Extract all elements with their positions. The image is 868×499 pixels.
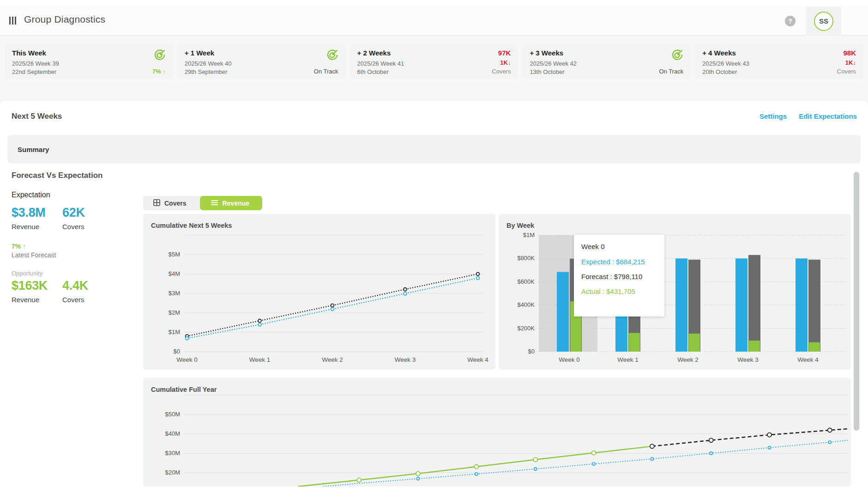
- tooltip-actual: Actual : $431,705: [581, 287, 657, 295]
- status-badge: On Track: [314, 68, 338, 75]
- svg-text:$200K: $200K: [517, 325, 535, 332]
- card-week: 2025/26 Week 43: [702, 60, 749, 68]
- grid-icon: [153, 199, 160, 207]
- svg-text:$400K: $400K: [517, 301, 535, 308]
- user-menu[interactable]: SS: [806, 6, 841, 36]
- card-date: 22nd September: [12, 68, 59, 76]
- group-diagnostics-page: Group Diagnostics ? SS This Week 2025/26…: [0, 0, 868, 499]
- page-title: Group Diagnostics: [24, 14, 105, 25]
- tooltip-forecast: Forecast : $798,110: [581, 273, 657, 280]
- status-badge: On Track: [659, 68, 683, 75]
- expectation-revenue-value: $3.8M: [12, 206, 62, 220]
- section-title: Next 5 Weeks: [12, 112, 62, 121]
- covers-alert-value: 98K: [843, 49, 856, 57]
- chart-title: By Week: [506, 222, 534, 229]
- opportunity-revenue-value: $163K: [12, 279, 62, 293]
- card-title: + 3 Weeks: [530, 49, 577, 57]
- cumulative-full-year-chart[interactable]: $20M$30M$40M$50M: [143, 378, 851, 487]
- target-icon: [153, 49, 166, 63]
- week-card-plus-1[interactable]: + 1 Week 2025/26 Week 40 29th September …: [177, 44, 346, 79]
- card-week: 2025/26 Week 40: [185, 60, 232, 68]
- svg-text:$3M: $3M: [169, 290, 180, 297]
- svg-text:Week 0: Week 0: [176, 356, 198, 363]
- by-week-chart[interactable]: $0$200K$400K$600K$800K$1MWeek 0Week 1Wee…: [499, 214, 851, 370]
- cumulative-next-5-weeks-chart[interactable]: $0$1M$2M$3M$4M$5MWeek 0Week 1Week 2Week …: [143, 214, 495, 370]
- opportunity-revenue-label: Revenue: [12, 296, 62, 304]
- opportunity-label: Opportunity: [12, 270, 136, 277]
- revenue-toggle-label: Revenue: [222, 200, 249, 207]
- svg-text:$0: $0: [528, 348, 535, 355]
- chart-title: Cumulative Full Year: [151, 386, 217, 393]
- week-card-plus-4[interactable]: + 4 Weeks 2025/26 Week 43 20th October 9…: [695, 44, 863, 79]
- card-week: 2025/26 Week 42: [530, 60, 577, 68]
- svg-text:$1M: $1M: [169, 329, 180, 335]
- svg-text:Week 1: Week 1: [249, 356, 271, 363]
- card-date: 20th October: [702, 68, 749, 76]
- svg-text:Week 0: Week 0: [559, 356, 580, 363]
- card-date: 13th October: [530, 68, 577, 76]
- section-links: Settings Edit Expectations: [760, 112, 857, 120]
- covers-toggle-label: Covers: [164, 200, 186, 207]
- svg-text:$4M: $4M: [169, 270, 180, 277]
- covers-revenue-toggle: Covers Revenue: [143, 196, 262, 210]
- svg-text:$1M: $1M: [523, 231, 535, 238]
- stats-heading: Forecast Vs Expectation: [12, 171, 136, 180]
- vertical-scrollbar-thumb[interactable]: [854, 172, 859, 431]
- settings-link[interactable]: Settings: [760, 112, 787, 120]
- cumulative-next-5-weeks-panel[interactable]: Cumulative Next 5 Weeks $0$1M$2M$3M$4M$5…: [143, 214, 495, 370]
- svg-text:Week 4: Week 4: [467, 356, 488, 363]
- app-header: Group Diagnostics ? SS: [0, 6, 868, 36]
- edit-expectations-link[interactable]: Edit Expectations: [799, 112, 857, 120]
- week-card-this-week[interactable]: This Week 2025/26 Week 39 22nd September…: [5, 44, 173, 79]
- help-icon[interactable]: ?: [785, 16, 796, 26]
- svg-text:$40M: $40M: [165, 430, 180, 437]
- covers-alert-unit: Covers: [492, 68, 511, 75]
- svg-text:Week 2: Week 2: [322, 356, 343, 363]
- covers-alert-delta: 1K↓: [845, 59, 856, 66]
- target-icon: [671, 49, 683, 63]
- week-card-plus-2[interactable]: + 2 Weeks 2025/26 Week 41 6th October 97…: [350, 44, 518, 79]
- svg-text:Week 2: Week 2: [677, 356, 699, 363]
- card-date: 6th October: [357, 68, 404, 76]
- week-cards-row: This Week 2025/26 Week 39 22nd September…: [5, 44, 863, 79]
- summary-accordion[interactable]: Summary: [7, 135, 861, 164]
- forecast-vs-expectation-stats: Forecast Vs Expectation Expectation $3.8…: [12, 171, 136, 304]
- card-week: 2025/26 Week 39: [12, 60, 59, 68]
- card-title: This Week: [12, 49, 59, 57]
- card-title: + 2 Weeks: [357, 49, 404, 57]
- card-week: 2025/26 Week 41: [357, 60, 404, 68]
- card-title: + 1 Week: [185, 49, 232, 57]
- cumulative-full-year-panel[interactable]: Cumulative Full Year $20M$30M$40M$50M: [143, 378, 851, 487]
- expectation-revenue-label: Revenue: [12, 223, 62, 231]
- expectation-covers-label: Covers: [62, 223, 113, 231]
- svg-text:Week 4: Week 4: [797, 356, 819, 363]
- latest-forecast-trend: 7% ↑: [12, 243, 136, 250]
- card-title: + 4 Weeks: [702, 49, 749, 57]
- svg-text:$800K: $800K: [517, 255, 535, 262]
- week-card-plus-3[interactable]: + 3 Weeks 2025/26 Week 42 13th October O…: [522, 44, 691, 79]
- svg-text:$600K: $600K: [517, 278, 535, 285]
- chart-tooltip: Week 0 Expected : $684,215 Forecast : $7…: [574, 235, 664, 316]
- svg-text:Week 3: Week 3: [737, 356, 759, 363]
- opportunity-covers-value: 4.4K: [62, 279, 113, 293]
- svg-text:$2M: $2M: [169, 309, 180, 316]
- svg-text:$5M: $5M: [169, 251, 180, 258]
- svg-text:Week 3: Week 3: [395, 356, 416, 363]
- expectation-label: Expectation: [12, 191, 136, 199]
- target-icon: [326, 49, 338, 63]
- chart-title: Cumulative Next 5 Weeks: [151, 222, 232, 229]
- avatar[interactable]: SS: [814, 12, 833, 31]
- covers-toggle-button[interactable]: Covers: [143, 196, 200, 210]
- trend-badge: 7% ↑: [152, 68, 166, 75]
- card-date: 29th September: [185, 68, 232, 76]
- svg-text:$0: $0: [174, 348, 180, 355]
- sidebar-menu-icon[interactable]: [9, 17, 18, 24]
- svg-text:$50M: $50M: [165, 411, 180, 418]
- expectation-covers-value: 62K: [62, 206, 113, 220]
- covers-alert-value: 97K: [498, 49, 511, 57]
- list-icon: [211, 200, 218, 207]
- svg-text:$30M: $30M: [165, 450, 180, 456]
- by-week-panel[interactable]: By Week $0$200K$400K$600K$800K$1MWeek 0W…: [499, 214, 851, 370]
- top-strip: [0, 0, 868, 6]
- revenue-toggle-button[interactable]: Revenue: [200, 196, 262, 210]
